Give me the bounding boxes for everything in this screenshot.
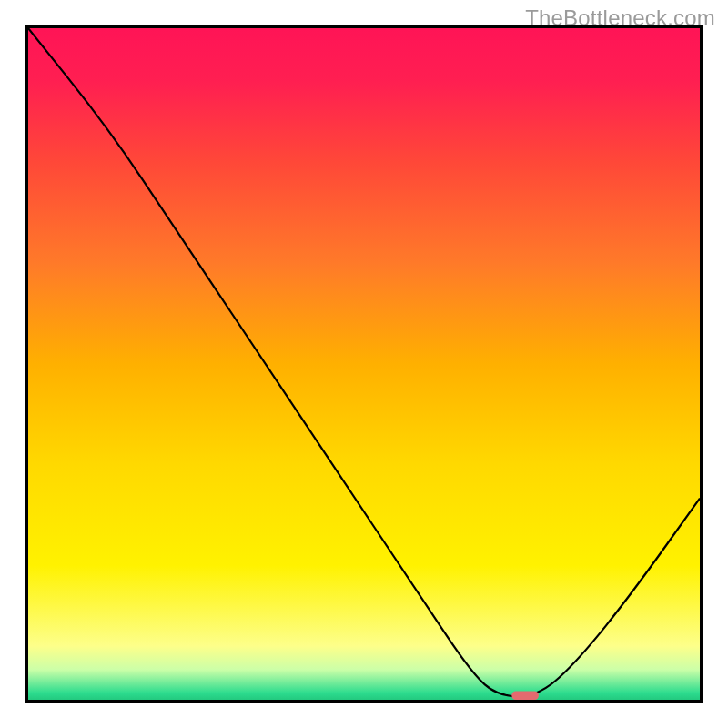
chart-container: TheBottleneck.com	[0, 0, 728, 728]
plot-svg	[28, 28, 700, 700]
optimal-marker	[511, 691, 539, 700]
plot-frame	[25, 25, 703, 703]
gradient-background	[28, 28, 700, 700]
